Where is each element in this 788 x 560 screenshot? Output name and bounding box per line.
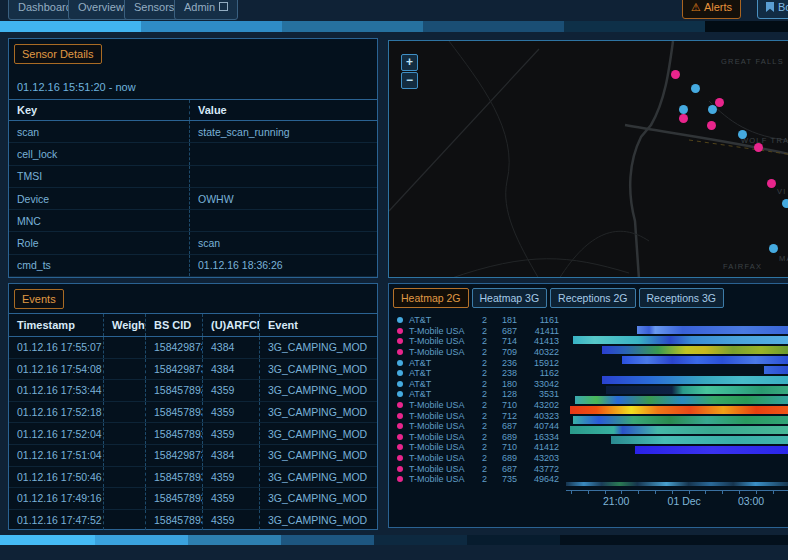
legend-row[interactable]: T-Mobile USA271240323 — [389, 410, 559, 421]
map-sensor-dot-pink[interactable] — [767, 179, 776, 188]
tab-receptions-2g[interactable]: Receptions 2G — [550, 288, 635, 308]
legend-value-b: 710 — [487, 400, 517, 410]
heatmap-row — [764, 366, 788, 374]
strip-segment — [141, 21, 282, 32]
events-cell: 3G_CAMPING_MOD — [259, 510, 377, 531]
legend-row[interactable]: T-Mobile USA273549642 — [389, 474, 559, 485]
map-sensor-dot-pink[interactable] — [671, 70, 680, 79]
legend-carrier-name: AT&T — [409, 379, 473, 389]
legend-carrier-name: T-Mobile USA — [409, 400, 473, 410]
legend-value-c: 49642 — [517, 474, 559, 484]
map-sensor-dot-blue[interactable] — [691, 84, 700, 93]
legend-value-a: 2 — [473, 474, 487, 484]
map[interactable]: + − GREAT FALLSWOLF TRAPVIMAFAIRFAX — [388, 40, 788, 278]
legend-row[interactable]: T-Mobile USA271043202 — [389, 400, 559, 411]
map-sensor-dot-pink[interactable] — [715, 98, 724, 107]
legend-value-c: 40744 — [517, 421, 559, 431]
axis-tick — [588, 491, 589, 494]
legend-value-c: 41412 — [517, 442, 559, 452]
axis-tick-label: 21:00 — [603, 495, 629, 507]
strip-segment — [95, 535, 188, 545]
carrier-dot-blue — [397, 370, 403, 376]
heatmap-row — [602, 346, 788, 354]
bookmark-button[interactable]: Boo — [757, 0, 788, 19]
legend-row[interactable]: AT&T21811161 — [389, 315, 559, 326]
legend-row[interactable]: T-Mobile USA270940322 — [389, 347, 559, 358]
legend-carrier-name: T-Mobile USA — [409, 326, 473, 336]
strip-segment — [188, 535, 281, 545]
heatmap-row — [570, 406, 788, 414]
events-cell: 01.12.16 17:51:04 — [9, 445, 103, 466]
strip-segment — [282, 21, 423, 32]
alerts-button[interactable]: ⚠Alerts — [682, 0, 741, 19]
map-zoom-in-button[interactable]: + — [401, 54, 418, 71]
carrier-dot-blue — [397, 391, 403, 397]
top-gradient-strip — [0, 21, 788, 32]
heatmap-panel: Heatmap 2GHeatmap 3GReceptions 2GRecepti… — [388, 283, 788, 528]
tab-heatmap-2g[interactable]: Heatmap 2G — [393, 288, 469, 308]
events-row[interactable]: 01.12.16 17:52:1815845789343593G_CAMPING… — [9, 402, 377, 424]
events-title: Events — [14, 289, 64, 309]
legend-row[interactable]: T-Mobile USA271041412 — [389, 442, 559, 453]
legend-row[interactable]: T-Mobile USA268943203 — [389, 453, 559, 464]
heatmap-overview-strip[interactable] — [566, 482, 788, 486]
events-col-header: Event — [259, 314, 377, 336]
map-zoom-out-button[interactable]: − — [401, 72, 418, 89]
sensor-value: OWHW — [189, 188, 377, 209]
carrier-dot-blue — [397, 360, 403, 366]
map-sensor-dot-pink[interactable] — [707, 121, 716, 130]
legend-row[interactable]: AT&T22381162 — [389, 368, 559, 379]
legend-row[interactable]: T-Mobile USA268916334 — [389, 432, 559, 443]
map-sensor-dot-pink[interactable] — [679, 114, 688, 123]
legend-value-c: 33042 — [517, 379, 559, 389]
events-cell: 01.12.16 17:54:08 — [9, 359, 103, 380]
map-sensor-dot-blue[interactable] — [769, 244, 778, 253]
legend-row[interactable]: T-Mobile USA271441413 — [389, 336, 559, 347]
sensor-key: MNC — [9, 210, 189, 231]
strip-segment — [0, 535, 95, 545]
events-cell: 3G_CAMPING_MOD — [259, 380, 377, 401]
strip-segment — [374, 535, 467, 545]
map-sensor-dot-blue[interactable] — [782, 199, 788, 208]
map-sensor-dot-pink[interactable] — [754, 143, 763, 152]
tab-receptions-3g[interactable]: Receptions 3G — [639, 288, 724, 308]
legend-row[interactable]: T-Mobile USA268741411 — [389, 326, 559, 337]
legend-value-a: 2 — [473, 358, 487, 368]
legend-row[interactable]: AT&T223615912 — [389, 357, 559, 368]
events-row[interactable]: 01.12.16 17:53:4415845789343593G_CAMPING… — [9, 380, 377, 402]
carrier-dot-blue — [397, 317, 403, 323]
bookmark-icon — [766, 2, 774, 12]
events-row[interactable]: 01.12.16 17:50:4615845789343593G_CAMPING… — [9, 467, 377, 489]
events-table-header: TimestampWeightBS CID(U)ARFCNEvent — [9, 313, 377, 337]
nav-item-admin[interactable]: Admin — [174, 0, 238, 20]
sensor-key: Role — [9, 232, 189, 253]
events-row[interactable]: 01.12.16 17:54:0815842987343843G_CAMPING… — [9, 359, 377, 381]
events-row[interactable]: 01.12.16 17:47:5215845789343593G_CAMPING… — [9, 510, 377, 532]
map-sensor-dot-blue[interactable] — [679, 105, 688, 114]
legend-row[interactable]: AT&T21283531 — [389, 389, 559, 400]
legend-row[interactable]: AT&T218033042 — [389, 379, 559, 390]
legend-row[interactable]: T-Mobile USA268740744 — [389, 421, 559, 432]
events-row[interactable]: 01.12.16 17:51:0415842987343843G_CAMPING… — [9, 445, 377, 467]
strip-segment — [467, 535, 560, 545]
sensor-col-header: Key — [9, 100, 189, 120]
map-sensor-dot-blue[interactable] — [708, 105, 717, 114]
sensor-value: 01.12.16 18:36:26 — [189, 255, 377, 276]
events-cell — [103, 402, 145, 423]
heatmap-row — [575, 396, 788, 404]
legend-value-b: 714 — [487, 336, 517, 346]
map-place-label: MA — [779, 254, 788, 263]
carrier-dot-pink — [397, 328, 403, 334]
events-cell: 4359 — [202, 510, 259, 531]
events-row[interactable]: 01.12.16 17:49:1615845789343593G_CAMPING… — [9, 488, 377, 510]
events-row[interactable]: 01.12.16 17:52:0415845789343593G_CAMPING… — [9, 423, 377, 445]
legend-row[interactable]: T-Mobile USA268743772 — [389, 463, 559, 474]
events-cell — [103, 359, 145, 380]
legend-carrier-name: AT&T — [409, 358, 473, 368]
carrier-dot-pink — [397, 434, 403, 440]
events-row[interactable]: 01.12.16 17:55:0715842987343843G_CAMPING… — [9, 337, 377, 359]
legend-carrier-name: AT&T — [409, 389, 473, 399]
tab-heatmap-3g[interactable]: Heatmap 3G — [472, 288, 548, 308]
map-sensor-dot-blue[interactable] — [738, 130, 747, 139]
carrier-dot-pink — [397, 455, 403, 461]
